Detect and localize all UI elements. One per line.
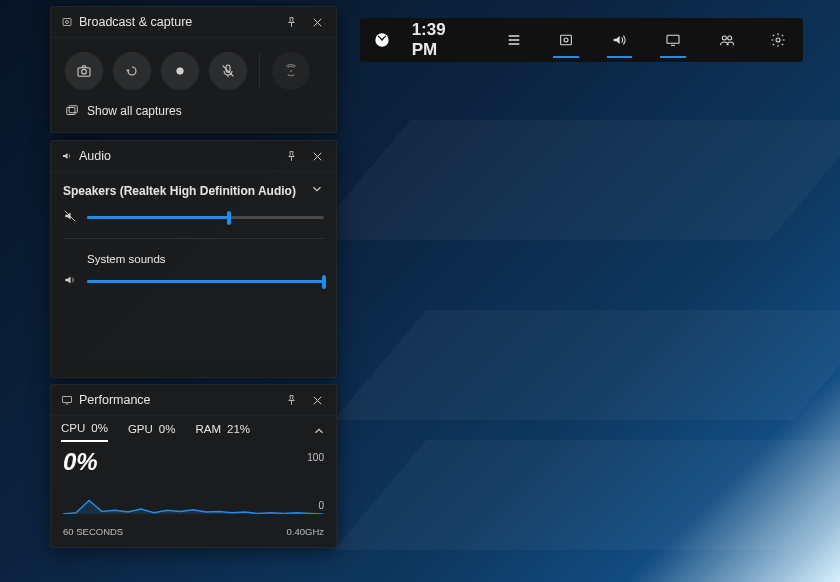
y-max: 100 xyxy=(307,452,324,463)
svg-rect-7 xyxy=(63,19,71,26)
svg-point-2 xyxy=(564,38,568,42)
mic-toggle-button[interactable] xyxy=(209,52,247,90)
svg-rect-3 xyxy=(667,35,679,43)
close-icon[interactable] xyxy=(304,387,330,413)
gamebar-toolbar: 1:39 PM xyxy=(360,18,803,62)
pin-icon[interactable] xyxy=(278,9,304,35)
sparkline xyxy=(63,452,323,514)
svg-point-13 xyxy=(290,70,293,73)
svg-point-8 xyxy=(66,21,69,24)
pin-icon[interactable] xyxy=(278,387,304,413)
settings-button[interactable] xyxy=(753,18,803,62)
screenshot-button[interactable] xyxy=(65,52,103,90)
svg-point-10 xyxy=(82,69,87,74)
divider xyxy=(259,54,260,88)
device-volume-slider[interactable] xyxy=(87,216,324,219)
xbox-icon[interactable] xyxy=(360,18,404,62)
svg-rect-14 xyxy=(67,108,75,115)
performance-panel: Performance CPU0% GPU0% RAM21% 0% 100 0 … xyxy=(50,384,337,548)
speaker-icon[interactable] xyxy=(63,273,77,290)
system-sounds-label: System sounds xyxy=(87,253,324,265)
clock: 1:39 PM xyxy=(404,20,490,60)
svg-point-4 xyxy=(722,36,726,40)
cpu-graph: 0% 100 0 xyxy=(51,442,336,524)
svg-rect-1 xyxy=(560,35,571,44)
broadcast-capture-panel: Broadcast & capture Show all captures xyxy=(50,6,337,133)
close-icon[interactable] xyxy=(304,9,330,35)
social-widget-button[interactable] xyxy=(700,18,754,62)
menu-icon[interactable] xyxy=(489,18,539,62)
audio-widget-button[interactable] xyxy=(593,18,647,62)
svg-rect-15 xyxy=(69,106,77,113)
tab-gpu[interactable]: GPU0% xyxy=(128,423,176,441)
svg-point-6 xyxy=(776,38,780,42)
performance-widget-button[interactable] xyxy=(646,18,700,62)
speaker-icon xyxy=(61,150,73,162)
chevron-down-icon[interactable] xyxy=(310,182,324,199)
capture-widget-button[interactable] xyxy=(539,18,593,62)
y-min: 0 xyxy=(318,500,324,511)
gallery-icon xyxy=(65,104,79,118)
tab-cpu[interactable]: CPU0% xyxy=(61,422,108,442)
system-volume-slider[interactable] xyxy=(87,280,324,283)
audio-panel: Audio Speakers (Realtek High Definition … xyxy=(50,140,337,378)
tab-ram[interactable]: RAM21% xyxy=(195,423,250,441)
pin-icon[interactable] xyxy=(278,143,304,169)
svg-point-5 xyxy=(727,36,731,40)
close-icon[interactable] xyxy=(304,143,330,169)
mute-icon[interactable] xyxy=(63,209,77,226)
show-all-label: Show all captures xyxy=(87,104,182,118)
chevron-up-icon[interactable] xyxy=(312,424,326,441)
performance-icon xyxy=(61,394,73,406)
show-all-captures[interactable]: Show all captures xyxy=(63,100,324,122)
capture-icon xyxy=(61,16,73,28)
panel-title: Broadcast & capture xyxy=(61,15,278,29)
divider xyxy=(63,238,324,239)
svg-rect-16 xyxy=(63,397,72,403)
broadcast-button[interactable] xyxy=(272,52,310,90)
cpu-current-value: 0% xyxy=(63,448,98,476)
record-button[interactable] xyxy=(161,52,199,90)
record-last-button[interactable] xyxy=(113,52,151,90)
panel-title: Audio xyxy=(61,149,278,163)
svg-point-11 xyxy=(177,68,184,75)
output-device-name: Speakers (Realtek High Definition Audio) xyxy=(63,184,296,198)
cpu-frequency: 0.40GHz xyxy=(287,526,325,537)
panel-title: Performance xyxy=(61,393,278,407)
x-axis-label: 60 SECONDS xyxy=(63,526,123,537)
